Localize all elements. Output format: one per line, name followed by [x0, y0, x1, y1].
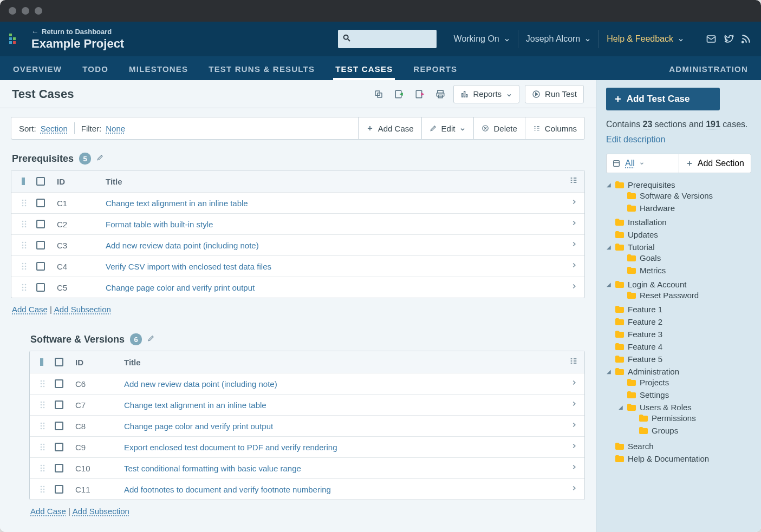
add-test-case-button[interactable]: + Add Test Case — [606, 88, 720, 110]
drag-handle-icon[interactable] — [18, 220, 31, 228]
search-box[interactable] — [338, 30, 437, 48]
add-case-link[interactable]: Add Case — [12, 305, 48, 314]
case-title-link[interactable]: Change text alignment in an inline table — [106, 199, 551, 208]
chevron-right-icon[interactable] — [570, 219, 578, 229]
tree-node[interactable]: ·Goals — [618, 253, 751, 262]
window-min-dot[interactable] — [22, 7, 29, 15]
columns-button[interactable]: Columns — [525, 117, 584, 139]
table-row[interactable]: C10Test conditional formatting with basi… — [30, 458, 584, 479]
tree-node[interactable]: ·Feature 1 — [606, 305, 751, 314]
row-checkbox[interactable] — [55, 400, 63, 409]
help-menu[interactable]: Help & Feedback — [599, 30, 692, 48]
chevron-right-icon[interactable] — [570, 421, 578, 431]
select-all-checkbox[interactable] — [36, 177, 45, 186]
chevron-right-icon[interactable] — [570, 442, 578, 452]
edit-dropdown[interactable]: Edit — [421, 117, 474, 139]
chevron-right-icon[interactable] — [570, 283, 578, 292]
case-title-link[interactable]: Format table with built-in style — [106, 220, 551, 229]
columns-icon[interactable] — [569, 176, 578, 187]
chevron-right-icon[interactable] — [570, 379, 578, 389]
edit-section-icon[interactable] — [147, 334, 155, 344]
chevron-right-icon[interactable] — [570, 463, 578, 473]
tree-node[interactable]: ◢Prerequisites — [606, 180, 751, 189]
tree-filter-dropdown[interactable]: All — [607, 154, 679, 173]
tree-node[interactable]: ·Groups — [630, 426, 751, 435]
tab-cases[interactable]: TEST CASES — [333, 58, 395, 80]
delete-button[interactable]: Delete — [473, 117, 524, 139]
table-row[interactable]: C11Add footnotes to document and verify … — [30, 479, 584, 500]
tab-administration[interactable]: ADMINISTRATION — [667, 58, 750, 80]
sort-value[interactable]: Section — [41, 124, 68, 133]
run-test-button[interactable]: Run Test — [525, 85, 584, 103]
tab-overview[interactable]: OVERVIEW — [11, 58, 64, 80]
tree-caret-icon[interactable]: ◢ — [606, 369, 612, 375]
search-input[interactable] — [354, 34, 432, 44]
tree-caret-icon[interactable]: ◢ — [618, 404, 623, 410]
tree-node[interactable]: ◢Login & Account — [606, 280, 751, 289]
user-menu[interactable]: Joseph Alcorn — [518, 30, 599, 48]
case-title-link[interactable]: Test conditional formatting with basic v… — [124, 464, 551, 473]
tree-node[interactable]: ◢Users & Roles — [618, 403, 751, 412]
select-all-checkbox[interactable] — [55, 358, 63, 366]
case-title-link[interactable]: Add new review data point (including not… — [106, 241, 551, 250]
add-case-link[interactable]: Add Case — [30, 507, 66, 516]
reports-dropdown[interactable]: Reports — [453, 85, 520, 103]
table-row[interactable]: C1Change text alignment in an inline tab… — [11, 193, 584, 214]
edit-description-link[interactable]: Edit description — [606, 133, 665, 146]
row-checkbox[interactable] — [55, 422, 63, 430]
row-checkbox[interactable] — [55, 464, 63, 472]
print-icon[interactable] — [433, 87, 448, 102]
row-checkbox[interactable] — [36, 283, 45, 292]
case-title-link[interactable]: Add footnotes to document and verify foo… — [124, 485, 551, 494]
table-row[interactable]: C6Add new review data point (including n… — [30, 373, 584, 395]
tab-todo[interactable]: TODO — [80, 58, 110, 80]
case-title-link[interactable]: Change page color and verify print outpu… — [106, 283, 551, 292]
chevron-right-icon[interactable] — [570, 400, 578, 410]
tree-node[interactable]: ·Reset Password — [618, 291, 751, 300]
drag-handle-icon[interactable] — [18, 199, 31, 207]
chevron-right-icon[interactable] — [570, 240, 578, 250]
tree-node[interactable]: ◢Administration — [606, 367, 751, 376]
case-title-link[interactable]: Export enclosed test document to PDF and… — [124, 443, 551, 452]
working-on-menu[interactable]: Working On — [446, 30, 518, 48]
drag-handle-icon[interactable] — [36, 464, 49, 472]
drag-handle-icon[interactable] — [36, 422, 49, 430]
tree-caret-icon[interactable]: ◢ — [606, 182, 612, 188]
twitter-icon[interactable] — [723, 34, 734, 44]
case-title-link[interactable]: Add new review data point (including not… — [124, 379, 551, 389]
edit-section-icon[interactable] — [96, 154, 104, 163]
add-case-button[interactable]: Add Case — [358, 117, 421, 139]
drag-handle-icon[interactable] — [18, 284, 31, 291]
table-row[interactable]: C9Export enclosed test document to PDF a… — [30, 437, 584, 458]
row-checkbox[interactable] — [36, 199, 45, 207]
table-row[interactable]: C3Add new review data point (including n… — [11, 235, 584, 256]
tree-node[interactable]: ·Software & Versions — [618, 191, 751, 200]
add-subsection-link[interactable]: Add Subsection — [73, 507, 129, 516]
drag-handle-icon[interactable] — [36, 401, 49, 409]
import-icon[interactable] — [392, 87, 407, 102]
tree-node[interactable]: ·Projects — [618, 378, 751, 387]
mail-icon[interactable] — [706, 34, 717, 44]
drag-handle-icon[interactable] — [36, 380, 49, 387]
table-row[interactable]: C7Change text alignment in an inline tab… — [30, 395, 584, 416]
tree-node[interactable]: ·Search — [606, 442, 751, 451]
tree-node[interactable]: ·Feature 4 — [606, 342, 751, 351]
add-section-button[interactable]: Add Section — [679, 154, 751, 173]
drag-handle-icon[interactable] — [18, 262, 31, 270]
columns-icon[interactable] — [569, 357, 578, 367]
row-checkbox[interactable] — [55, 443, 63, 451]
tree-node[interactable]: ·Help & Documentation — [606, 454, 751, 463]
table-row[interactable]: C8Change page color and verify print out… — [30, 416, 584, 437]
row-checkbox[interactable] — [36, 220, 45, 228]
tree-caret-icon[interactable]: ◢ — [606, 281, 612, 287]
tab-runs[interactable]: TEST RUNS & RESULTS — [206, 58, 317, 80]
chevron-right-icon[interactable] — [570, 484, 578, 494]
tree-node[interactable]: ·Hardware — [618, 203, 751, 213]
tree-node[interactable]: ·Feature 5 — [606, 354, 751, 364]
tree-caret-icon[interactable]: ◢ — [606, 244, 612, 250]
table-row[interactable]: C4Verify CSV import with enclosed test d… — [11, 256, 584, 277]
tab-reports[interactable]: REPORTS — [411, 58, 459, 80]
case-title-link[interactable]: Verify CSV import with enclosed test dat… — [106, 262, 551, 271]
drag-handle-icon[interactable] — [36, 443, 49, 451]
export-icon[interactable] — [412, 87, 427, 102]
